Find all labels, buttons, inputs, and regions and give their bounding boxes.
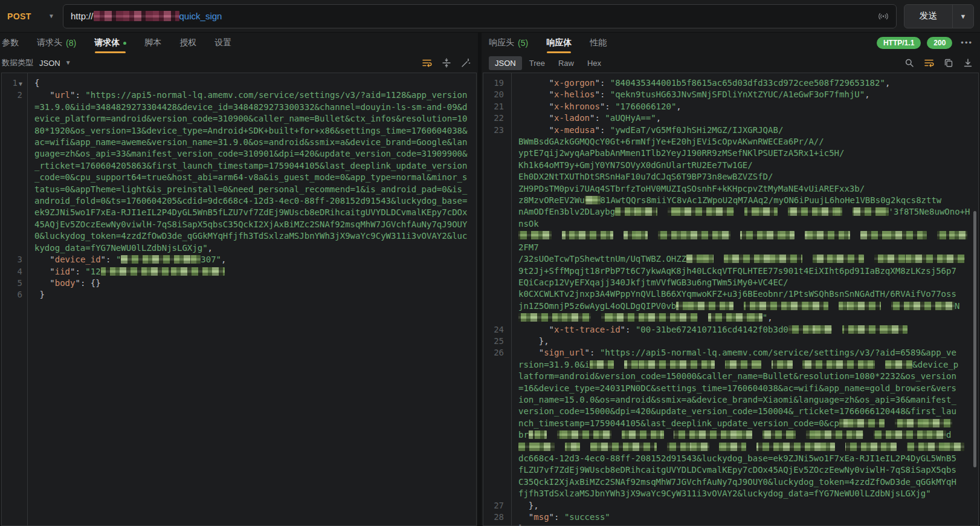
editor-line: 1▼{ <box>2 77 476 89</box>
code-token: " <box>518 113 554 123</box>
code-token: ": <box>549 512 564 522</box>
code-token: ": <box>600 102 615 111</box>
code-token: " <box>518 78 554 88</box>
code-token: 2FM7 /32sUOeTcwTpShewttnUm/UqTWBZ.OHZZ <box>518 242 686 264</box>
tab-params[interactable]: 参数 <box>2 37 19 48</box>
redaction <box>937 231 967 239</box>
line-number: 3 <box>2 254 27 265</box>
code-line: "x-helios": "qekn9tusHG63JNvSmNjSFDliYnX… <box>511 89 978 100</box>
fold-toggle-icon[interactable]: ▼ <box>19 80 22 87</box>
tab-request-headers[interactable]: 请求头(8) <box>37 37 76 48</box>
code-token <box>733 301 744 311</box>
code-token <box>714 254 724 264</box>
redaction <box>891 302 955 310</box>
code-token <box>796 430 806 440</box>
redaction <box>813 255 864 263</box>
response-panel: 响应头(5) 响应体 性能 HTTP/1.1 200 ••• JSON Tree… <box>482 33 980 526</box>
tab-response-body[interactable]: 响应体 <box>546 37 572 48</box>
request-tabs: 参数 请求头(8) 请求体 脚本 授权 设置 <box>0 33 478 53</box>
code-line: "x-ladon": "aUQHyA==", <box>511 112 978 124</box>
tab-response-headers[interactable]: 响应头(5) <box>489 37 528 48</box>
request-body-editor[interactable]: 1▼{2 "url": "https://api5-normal-lq.amem… <box>1 73 477 526</box>
redaction <box>565 443 580 451</box>
more-options-button[interactable]: ••• <box>961 38 973 47</box>
align-center-icon[interactable] <box>442 58 451 68</box>
redaction <box>667 443 709 451</box>
view-tab-hex[interactable]: Hex <box>581 56 607 70</box>
code-token <box>885 418 895 428</box>
editor-line: 22 "x-ladon": "aUQHyA==", <box>483 112 978 124</box>
code-token <box>614 360 624 369</box>
broadcast-icon[interactable] <box>878 12 889 21</box>
chevron-down-icon[interactable]: ▼ <box>65 60 71 66</box>
search-icon[interactable] <box>904 58 914 68</box>
code-token: ": <box>595 89 610 99</box>
line-number: 6 <box>2 289 27 300</box>
redaction <box>744 302 828 310</box>
send-button[interactable]: 发送 <box>904 5 952 28</box>
green-dot-icon <box>123 42 126 45</box>
redaction <box>676 302 733 310</box>
code-token <box>591 313 601 322</box>
redaction <box>839 419 885 427</box>
code-token: }, <box>518 501 539 510</box>
editor-line: 19 "x-gorgon": "840435344001b5f8615ac65d… <box>483 77 978 89</box>
redaction <box>585 196 601 204</box>
method-select[interactable]: POST ▼ <box>0 11 63 21</box>
code-token: "00-31be6724107116cd4142f0b3d0 <box>636 325 788 334</box>
redaction <box>562 231 613 239</box>
redaction <box>805 231 850 239</box>
code-token: , <box>865 89 869 99</box>
code-token: " <box>34 267 55 276</box>
wrap-icon[interactable] <box>422 58 432 68</box>
code-line: } <box>511 523 978 526</box>
code-token <box>580 442 590 452</box>
tab-request-body[interactable]: 请求体 <box>94 37 126 48</box>
redaction <box>907 443 964 451</box>
code-token: N <box>955 301 959 311</box>
tab-label: 请求头 <box>37 37 62 48</box>
download-icon[interactable] <box>963 58 973 68</box>
send-options-chevron-icon[interactable]: ▼ <box>952 5 973 28</box>
line-number: 22 <box>483 112 511 124</box>
response-body-editor[interactable]: 19 "x-gorgon": "840435344001b5f8615ac65d… <box>483 73 979 526</box>
datatype-value[interactable]: JSON <box>39 59 60 68</box>
code-token: x-helios <box>554 89 595 99</box>
redaction <box>557 430 611 439</box>
view-tab-raw[interactable]: Raw <box>552 56 580 70</box>
code-token: " <box>518 89 554 99</box>
tab-script[interactable]: 脚本 <box>144 37 161 48</box>
editor-line: 4 "iid": "12 <box>2 266 476 278</box>
code-token: "840435344001b5f8615ac65d03dfd33cd972cee… <box>610 78 885 88</box>
editor-line: 6 } <box>2 289 476 300</box>
redaction <box>518 313 591 322</box>
response-status: HTTP/1.1 200 ••• <box>877 37 973 49</box>
code-line: }, <box>511 336 978 347</box>
code-line: "x-tt-trace-id": "00-31be6724107116cd414… <box>511 324 978 336</box>
code-token: body <box>55 278 76 288</box>
code-token: dc668c4-12d3-4ec0-88ff-208152d91543&luck… <box>518 453 956 498</box>
code-token <box>734 207 744 216</box>
code-token: x-gorgon <box>554 78 595 88</box>
line-number: 26 <box>483 347 511 499</box>
redaction <box>756 443 835 451</box>
tab-auth[interactable]: 授权 <box>179 37 196 48</box>
view-tab-json[interactable]: JSON <box>489 56 522 70</box>
view-tab-tree[interactable]: Tree <box>523 56 551 70</box>
url-input[interactable]: http:// quick_sign <box>63 4 897 28</box>
copy-icon[interactable] <box>944 58 953 68</box>
wand-icon[interactable] <box>461 58 471 68</box>
scrollbar-thumb[interactable] <box>973 211 976 467</box>
method-label: POST <box>7 11 31 21</box>
send-button-group: 发送 ▼ <box>904 4 974 28</box>
code-line: "sign_url": "https://api5-normal-lq.amem… <box>511 347 978 499</box>
tab-label: 响应头 <box>489 37 514 48</box>
code-token <box>715 360 725 369</box>
code-token: ": <box>70 90 85 100</box>
status-code-badge: 200 <box>927 37 952 49</box>
tab-performance[interactable]: 性能 <box>590 37 607 48</box>
tab-settings[interactable]: 设置 <box>214 37 231 48</box>
request-subbar: 数据类型 JSON ▼ <box>0 53 478 73</box>
code-token: "ywdEaT/vG5Mf0JhSHi2MGZ/IJXGRJQAB/ BWmBs… <box>518 125 865 205</box>
wrap-icon[interactable] <box>924 58 934 68</box>
